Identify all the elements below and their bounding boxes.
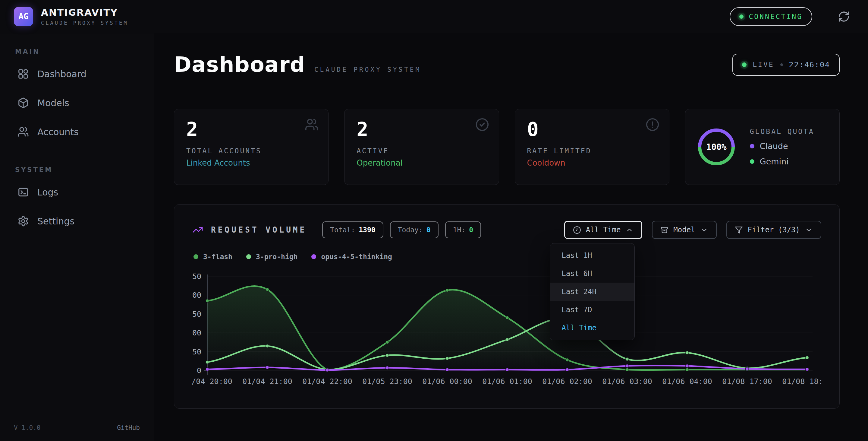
refresh-icon[interactable] <box>838 10 850 23</box>
dropdown-item-last-6h[interactable]: Last 6H <box>550 265 634 283</box>
dropdown-item-last-24h[interactable]: Last 24H <box>550 283 634 301</box>
time-range-dropdown: Last 1HLast 6HLast 24HLast 7DAll Time <box>550 243 635 340</box>
svg-text:01/06 00:00: 01/06 00:00 <box>422 377 472 386</box>
legend-item-opus-4-5-thinking[interactable]: opus-4-5-thinking <box>311 253 392 261</box>
page-title: Dashboard <box>174 52 305 77</box>
stat-label: ACTIVE <box>356 147 487 155</box>
stat-substatus: Cooldown <box>527 158 657 168</box>
users-icon <box>305 118 318 131</box>
stat-label: RATE LIMITED <box>527 147 657 155</box>
live-dot-icon <box>742 62 747 67</box>
connection-status-badge: CONNECTING <box>730 7 812 26</box>
stats-chips: Total:1390Today:01H:0 <box>322 222 481 238</box>
sidebar-item-label: Models <box>37 98 69 108</box>
svg-text:01/08 18:00: 01/08 18:00 <box>782 377 822 386</box>
legend-item-3-pro-high[interactable]: 3-pro-high <box>246 253 298 261</box>
live-clock: 22:46:04 <box>789 60 830 69</box>
cube-icon <box>18 97 29 109</box>
svg-text:01/04 22:00: 01/04 22:00 <box>302 377 352 386</box>
sidebar-item-accounts[interactable]: Accounts <box>14 123 140 140</box>
legend-series-name: 3-pro-high <box>256 253 298 261</box>
svg-text:01/05 23:00: 01/05 23:00 <box>362 377 412 386</box>
chip-label: Total: <box>330 226 355 234</box>
connection-status-label: CONNECTING <box>749 13 803 21</box>
dropdown-item-last-1h[interactable]: Last 1H <box>550 246 634 265</box>
brand: AG ANTIGRAVITY CLAUDE PROXY SYSTEM <box>14 7 128 26</box>
legend-dot-icon <box>750 144 754 148</box>
sidebar-footer: V 1.0.0 GitHub <box>14 424 140 431</box>
svg-text:01/04 21:00: 01/04 21:00 <box>242 377 292 386</box>
trending-up-icon <box>192 225 203 235</box>
stat-card-rate-limited: 0RATE LIMITEDCooldown <box>515 109 670 185</box>
filter-button[interactable]: Filter (3/3) <box>726 221 821 239</box>
stat-label: TOTAL ACCOUNTS <box>186 147 316 155</box>
stat-substatus: Operational <box>356 158 487 168</box>
sidebar: MAINDashboardModelsAccountsSYSTEMLogsSet… <box>0 33 154 441</box>
sidebar-item-settings[interactable]: Settings <box>14 213 140 230</box>
legend-series-name: opus-4-5-thinking <box>321 253 392 261</box>
chip-label: Today: <box>398 226 423 234</box>
clock-icon <box>573 226 581 234</box>
stat-substatus: Linked Accounts <box>186 158 316 168</box>
chevron-down-icon <box>700 226 708 234</box>
live-badge: LIVE 22:46:04 <box>733 54 840 76</box>
legend-item-3-flash[interactable]: 3-flash <box>193 253 232 261</box>
live-label: LIVE <box>752 61 774 68</box>
chip-value: 0 <box>427 226 431 234</box>
chart-legend: 3-flash3-pro-highopus-4-5-thinking <box>192 253 821 261</box>
chevron-up-icon <box>625 226 633 234</box>
terminal-icon <box>18 186 29 198</box>
quota-label: GLOBAL QUOTA <box>750 127 814 136</box>
legend-dot-icon <box>246 254 251 259</box>
stat-chip-1h: 1H:0 <box>445 222 481 238</box>
grid-icon <box>18 68 29 80</box>
sidebar-item-label: Settings <box>37 216 74 227</box>
quota-legend-name: Claude <box>760 142 788 151</box>
sidebar-item-dashboard[interactable]: Dashboard <box>14 65 140 82</box>
app-name: ANTIGRAVITY <box>41 7 128 18</box>
svg-text:01/08 17:00: 01/08 17:00 <box>722 377 772 386</box>
svg-text:01/06 01:00: 01/06 01:00 <box>482 377 532 386</box>
topbar-divider <box>825 10 825 24</box>
quota-donut: 100% <box>696 127 737 167</box>
check-circle-icon <box>475 118 489 131</box>
dropdown-item-all-time[interactable]: All Time <box>550 319 634 337</box>
nav-section-label-system: SYSTEM <box>15 166 140 173</box>
sidebar-nav: MAINDashboardModelsAccountsSYSTEMLogsSet… <box>14 48 140 230</box>
stat-card-total-accounts: 2TOTAL ACCOUNTSLinked Accounts <box>174 109 329 185</box>
svg-text:150: 150 <box>192 310 201 319</box>
model-filter-button[interactable]: Model <box>652 221 716 239</box>
topbar-right: CONNECTING <box>730 7 850 26</box>
gear-icon <box>18 215 29 227</box>
alert-circle-icon <box>646 118 659 131</box>
svg-text:200: 200 <box>192 291 201 299</box>
chevron-down-icon <box>805 226 813 234</box>
request-volume-chart: 05010015020025001/04 20:0001/04 21:0001/… <box>192 271 821 394</box>
stat-chip-today: Today:0 <box>390 222 438 238</box>
global-quota-card: 100% GLOBAL QUOTA ClaudeGemini <box>685 109 840 185</box>
chip-value: 1390 <box>359 226 375 234</box>
sidebar-item-logs[interactable]: Logs <box>14 184 140 201</box>
svg-text:100: 100 <box>192 328 201 337</box>
legend-dot-icon <box>311 254 316 259</box>
sidebar-item-label: Dashboard <box>37 69 87 79</box>
main-content: Dashboard CLAUDE PROXY SYSTEM LIVE 22:46… <box>154 33 868 441</box>
legend-dot-icon <box>750 159 754 164</box>
dropdown-item-last-7d[interactable]: Last 7D <box>550 301 634 319</box>
sidebar-item-models[interactable]: Models <box>14 94 140 111</box>
svg-text:01/06 04:00: 01/06 04:00 <box>662 377 712 386</box>
page-header: Dashboard CLAUDE PROXY SYSTEM LIVE 22:46… <box>174 52 840 77</box>
request-volume-header: REQUEST VOLUME Total:1390Today:01H:0 All… <box>192 221 821 239</box>
time-range-button[interactable]: All Time <box>564 221 643 239</box>
stat-cards-row: 2TOTAL ACCOUNTSLinked Accounts2ACTIVEOpe… <box>174 109 840 185</box>
github-link[interactable]: GitHub <box>117 424 140 431</box>
svg-text:0: 0 <box>197 366 201 375</box>
separator-dot-icon <box>780 63 783 66</box>
quota-legend: ClaudeGemini <box>750 142 814 166</box>
quota-legend-item: Claude <box>750 142 814 151</box>
chip-label: 1H: <box>453 226 466 234</box>
app-subtitle: CLAUDE PROXY SYSTEM <box>41 20 128 26</box>
sidebar-item-label: Accounts <box>37 127 79 137</box>
svg-text:01/06 02:00: 01/06 02:00 <box>542 377 592 386</box>
legend-dot-icon <box>193 254 198 259</box>
